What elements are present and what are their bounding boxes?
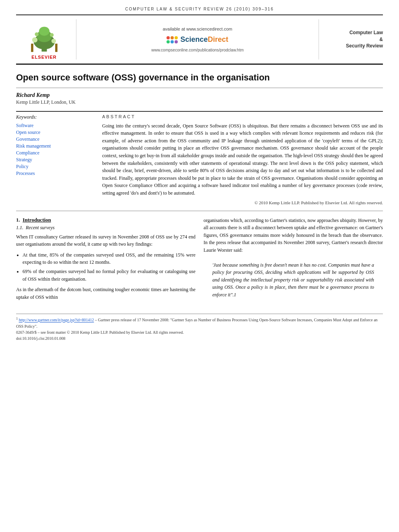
website-url: www.compseconline.com/publications/prodc… <box>151 48 244 52</box>
journal-header-bar: COMPUTER LAW & SECURITY REVIEW 26 (2010)… <box>16 0 383 15</box>
svg-point-8 <box>35 32 38 36</box>
sciencedirect-text: ScienceDirect <box>180 35 228 44</box>
elsevier-label: ELSEVIER <box>31 55 56 60</box>
bullet-item: 69% of the companies surveyed had no for… <box>23 268 195 283</box>
footnote-link[interactable]: http://www.gartner.com/it/page.jsp?id=80… <box>19 318 94 322</box>
left-column: 1. Introduction 1.1. Recent surveys When… <box>16 217 195 306</box>
bullet-item: At that time, 85% of the companies surve… <box>23 251 195 266</box>
keyword-item: Strategy <box>16 157 91 163</box>
journal-reference: COMPUTER LAW & SECURITY REVIEW 26 (2010)… <box>125 7 274 11</box>
section-divider <box>16 211 383 211</box>
blockquote: 'Just because something is free doesn't … <box>208 258 379 302</box>
subsection1-header: 1.1. Recent surveys <box>16 225 195 231</box>
elsevier-tree-icon <box>22 23 66 53</box>
section1-right-para1: organisations which, according to Gartne… <box>204 217 383 254</box>
svg-point-7 <box>51 39 56 43</box>
abstract-title: ABSTRACT <box>102 114 383 119</box>
blockquote-text: 'Just because something is free doesn't … <box>212 261 374 299</box>
author-affiliation: Kemp Little LLP, London, UK <box>16 99 383 105</box>
svg-point-9 <box>50 33 53 37</box>
section1-para1: When IT consultancy Gartner released its… <box>16 233 195 248</box>
elsevier-logo-box: ELSEVIER <box>16 19 76 60</box>
abstract-text: Going into the century's second decade, … <box>102 122 383 197</box>
section1-para2: As in the aftermath of the dotcom bust, … <box>16 286 195 301</box>
keyword-item: Compliance <box>16 150 91 156</box>
journal-masthead: ELSEVIER available at www.sciencedirect.… <box>16 15 383 65</box>
keywords-list: SoftwareOpen sourceGovernanceRisk manage… <box>16 123 91 177</box>
footnote-line3: doi:10.1016/j.clsr.2010.01.008 <box>16 335 383 341</box>
journal-name: Computer Law & Security Review <box>346 29 383 49</box>
keyword-item: Software <box>16 123 91 129</box>
keyword-item: Open source <box>16 129 91 136</box>
sciencedirect-logo: ScienceDirect <box>167 35 228 44</box>
footnote-line1: 1 http://www.gartner.com/it/page.jsp?id=… <box>16 316 383 329</box>
abstract-content: ABSTRACT Going into the century's second… <box>97 111 383 205</box>
footnote-area: 1 http://www.gartner.com/it/page.jsp?id=… <box>16 314 383 341</box>
svg-point-6 <box>32 37 37 43</box>
footnote-line2: 0267-3649/$ – see front matter © 2010 Ke… <box>16 329 383 335</box>
sciencedirect-dots-icon <box>167 36 178 43</box>
keyword-item: Policy <box>16 164 91 170</box>
keyword-item: Risk management <box>16 143 91 149</box>
available-text: available at www.sciencedirect.com <box>162 27 232 31</box>
body-columns: 1. Introduction 1.1. Recent surveys When… <box>16 217 383 306</box>
keywords-sidebar: Keywords: SoftwareOpen sourceGovernanceR… <box>16 111 97 205</box>
sciencedirect-center: available at www.sciencedirect.com Scien… <box>76 19 319 60</box>
article-title-section: Open source software (OSS) governance in… <box>16 72 383 88</box>
section1-title: Introduction <box>23 217 51 223</box>
section1-number: 1. Introduction <box>16 217 195 223</box>
keyword-item: Processes <box>16 170 91 177</box>
keywords-label: Keywords: <box>16 114 91 120</box>
article-title: Open source software (OSS) governance in… <box>16 72 383 84</box>
page: COMPUTER LAW & SECURITY REVIEW 26 (2010)… <box>0 0 399 532</box>
copyright-line: © 2010 Kemp Little LLP. Published by Els… <box>102 200 383 205</box>
right-column: organisations which, according to Gartne… <box>204 217 383 306</box>
author-name: Richard Kemp <box>16 92 383 99</box>
author-section: Richard Kemp Kemp Little LLP, London, UK <box>16 92 383 105</box>
svg-rect-4 <box>31 44 33 52</box>
keyword-item: Governance <box>16 136 91 142</box>
svg-rect-5 <box>55 44 58 52</box>
section1-bullets: At that time, 85% of the companies surve… <box>23 251 195 283</box>
svg-point-3 <box>39 27 49 36</box>
footnote-number: 1 <box>16 317 18 320</box>
journal-name-box: Computer Law & Security Review <box>319 19 383 60</box>
abstract-section: Keywords: SoftwareOpen sourceGovernanceR… <box>16 111 383 205</box>
